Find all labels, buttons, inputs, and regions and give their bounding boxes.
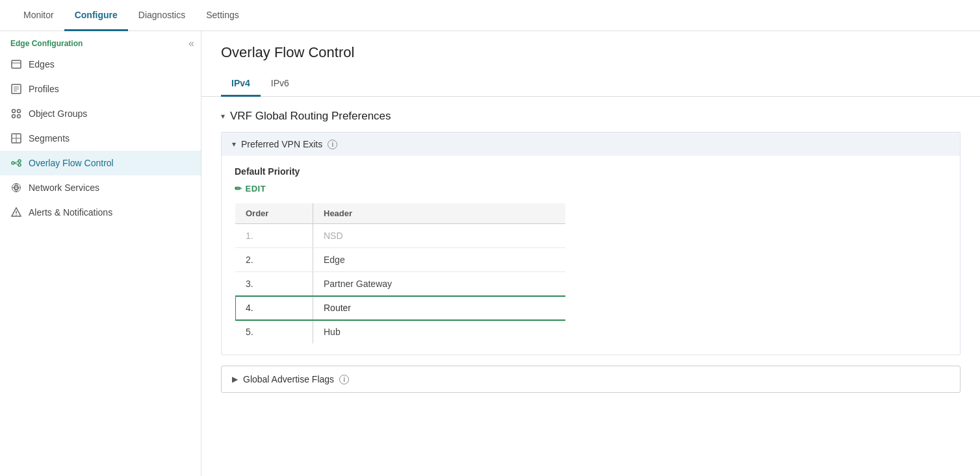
svg-point-15 [18, 164, 21, 166]
nav-monitor[interactable]: Monitor [13, 1, 64, 31]
cell-header: Partner Gateway [313, 272, 566, 296]
sidebar-item-overlay-flow-control[interactable]: Overlay Flow Control [0, 151, 201, 175]
sidebar-item-network-services-label: Network Services [29, 182, 99, 193]
info-icon: i [328, 140, 337, 149]
profiles-icon [10, 83, 22, 95]
cell-order: 3. [235, 272, 313, 296]
global-advertise-flags-section: ▶ Global Advertise Flags i [221, 366, 961, 393]
preferred-vpn-exits-subsection: ▾ Preferred VPN Exits i Default Priority… [221, 132, 961, 355]
sidebar-item-object-groups-label: Object Groups [29, 108, 87, 119]
svg-point-14 [18, 160, 21, 162]
vrf-section-header: ▾ VRF Global Routing Preferences [221, 110, 961, 123]
cell-order: 2. [235, 248, 313, 272]
cell-header: Router [313, 296, 566, 320]
object-groups-icon [10, 108, 22, 119]
cell-header: Edge [313, 248, 566, 272]
table-row: 5.Hub [235, 320, 566, 344]
svg-point-9 [18, 115, 21, 118]
col-header: Header [313, 203, 566, 224]
segments-icon [10, 132, 22, 144]
svg-point-8 [12, 115, 16, 118]
cell-order: 1. [235, 224, 313, 248]
global-flags-header[interactable]: ▶ Global Advertise Flags i [222, 366, 960, 392]
sidebar-item-profiles[interactable]: Profiles [0, 77, 201, 101]
table-header-row: Order Header [235, 203, 566, 224]
page-header: Overlay Flow Control [201, 31, 980, 61]
sidebar-item-overlay-label: Overlay Flow Control [29, 158, 114, 168]
sidebar-item-network-services[interactable]: Network Services [0, 175, 201, 200]
svg-point-22 [16, 214, 17, 216]
content-area: ▾ VRF Global Routing Preferences ▾ Prefe… [201, 97, 980, 406]
cell-header: Hub [313, 320, 566, 344]
edges-icon [10, 58, 22, 70]
subsection-title: Preferred VPN Exits [241, 139, 322, 149]
edit-button[interactable]: ✏ EDIT [235, 184, 266, 194]
sidebar-item-alerts[interactable]: Alerts & Notifications [0, 200, 201, 225]
network-icon [10, 182, 22, 194]
table-row: 3.Partner Gateway [235, 272, 566, 296]
sidebar-item-edges-label: Edges [29, 59, 55, 69]
sidebar: « Edge Configuration Edges [0, 31, 201, 476]
edit-pencil-icon: ✏ [235, 184, 242, 194]
global-flags-chevron-icon: ▶ [232, 375, 238, 384]
nav-settings[interactable]: Settings [196, 1, 250, 31]
sidebar-item-segments-label: Segments [29, 133, 70, 144]
sidebar-collapse-button[interactable]: « [188, 38, 194, 49]
tab-ipv6[interactable]: IPv6 [261, 71, 300, 97]
edit-label: EDIT [246, 184, 266, 194]
global-flags-info-icon: i [339, 375, 349, 384]
main-layout: « Edge Configuration Edges [0, 31, 980, 476]
nav-diagnostics[interactable]: Diagnostics [128, 1, 196, 31]
overlay-icon [10, 157, 22, 169]
sidebar-item-alerts-label: Alerts & Notifications [29, 207, 112, 218]
priority-table: Order Header 1.NSD2.Edge3.Partner Gatewa… [235, 203, 566, 344]
subsection-chevron-icon: ▾ [232, 140, 236, 149]
sidebar-item-profiles-label: Profiles [29, 84, 59, 94]
tab-ipv4[interactable]: IPv4 [221, 71, 261, 97]
alert-icon [10, 207, 22, 218]
table-row: 4.Router [235, 296, 566, 320]
default-priority-label: Default Priority [235, 166, 947, 177]
sidebar-item-segments[interactable]: Segments [0, 126, 201, 151]
sidebar-item-object-groups[interactable]: Object Groups [0, 101, 201, 126]
svg-line-17 [14, 163, 18, 165]
table-row: 2.Edge [235, 248, 566, 272]
vrf-section-title: VRF Global Routing Preferences [230, 110, 391, 123]
cell-order: 5. [235, 320, 313, 344]
cell-header: NSD [313, 224, 566, 248]
global-flags-title: Global Advertise Flags [243, 374, 334, 384]
tabs: IPv4 IPv6 [201, 71, 980, 97]
subsection-body: Default Priority ✏ EDIT Order Header [222, 156, 960, 355]
table-row: 1.NSD [235, 224, 566, 248]
svg-point-7 [18, 110, 21, 113]
top-nav: Monitor Configure Diagnostics Settings [0, 0, 980, 31]
cell-order: 4. [235, 296, 313, 320]
svg-rect-0 [12, 60, 21, 68]
subsection-header[interactable]: ▾ Preferred VPN Exits i [222, 132, 960, 156]
svg-point-6 [12, 110, 16, 113]
vrf-chevron-icon: ▾ [221, 112, 225, 121]
svg-point-13 [12, 162, 14, 164]
nav-configure[interactable]: Configure [64, 1, 128, 31]
col-order: Order [235, 203, 313, 224]
sidebar-item-edges[interactable]: Edges [0, 52, 201, 77]
main-content: Overlay Flow Control IPv4 IPv6 ▾ VRF Glo… [201, 31, 980, 476]
svg-line-16 [14, 162, 18, 164]
page-title: Overlay Flow Control [221, 44, 961, 61]
sidebar-section-title: Edge Configuration [0, 31, 201, 52]
